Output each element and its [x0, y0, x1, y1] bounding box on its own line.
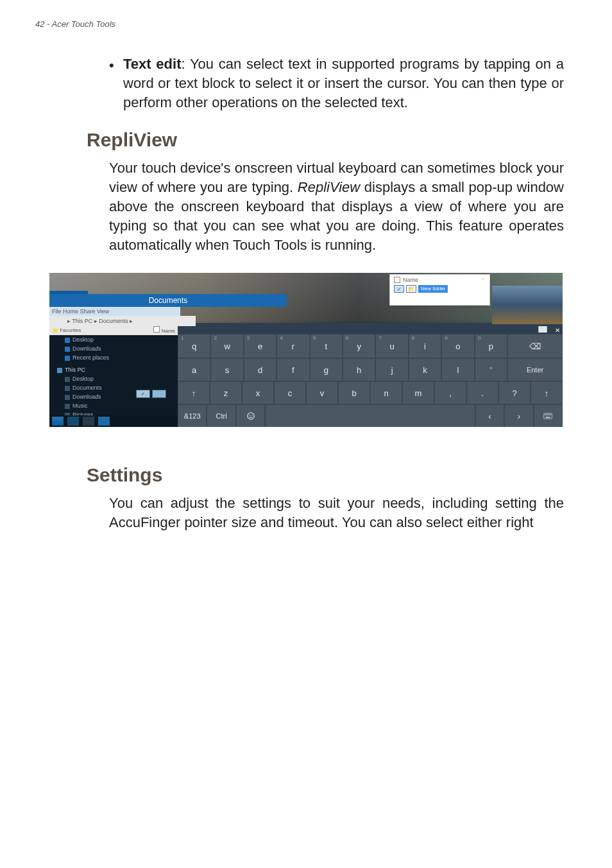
key-keyboard-hide[interactable] [534, 405, 562, 427]
key-e[interactable]: e [244, 334, 276, 358]
taskbar-explorer[interactable] [83, 417, 94, 426]
key-left[interactable]: ‹ [476, 405, 504, 427]
taskbar-ie[interactable] [67, 417, 79, 426]
key-question[interactable]: ? [499, 382, 530, 404]
key-n[interactable]: n [371, 382, 402, 404]
key-h[interactable]: h [343, 359, 375, 381]
key-emoji[interactable] [237, 405, 264, 427]
key-w[interactable]: w [211, 334, 242, 358]
key-shift-right[interactable]: ↑ [531, 382, 562, 404]
nav-thispc[interactable]: This PC [49, 365, 178, 374]
bullet-content: Text edit: You can select text in suppor… [123, 55, 564, 112]
key-apostrophe[interactable]: ' [475, 359, 507, 381]
repliview-popup: Name ⌃ ✓ 📁 New folder [389, 274, 490, 306]
key-comma[interactable]: , [435, 382, 466, 404]
kbd-row-1: q w e r t y u i o p ⌫ [178, 334, 563, 358]
heading-repliview: RepliView [87, 129, 577, 151]
kbd-row-2: a s d f g h j k l ' Enter [178, 358, 563, 381]
key-space[interactable] [266, 405, 475, 427]
key-a[interactable]: a [178, 359, 210, 381]
key-enter[interactable]: Enter [508, 359, 562, 381]
repliview-text-b: RepliView [298, 179, 360, 195]
key-f[interactable]: f [277, 359, 309, 381]
key-y[interactable]: y [343, 334, 375, 358]
key-ctrl[interactable]: Ctrl [207, 405, 235, 427]
key-q[interactable]: q [178, 334, 210, 358]
popup-folder-icon: 📁 [406, 285, 416, 293]
nav-favorites[interactable]: Favorites [60, 327, 81, 333]
keyboard-close-icon[interactable]: ✕ [555, 327, 560, 334]
svg-rect-1 [539, 327, 547, 329]
taskbar-active-app[interactable] [98, 417, 110, 426]
taskbar [49, 415, 180, 427]
key-right[interactable]: › [505, 405, 532, 427]
key-t[interactable]: t [310, 334, 342, 358]
key-o[interactable]: o [442, 334, 473, 358]
key-j[interactable]: j [376, 359, 407, 381]
svg-rect-9 [549, 414, 550, 415]
popup-selected-text[interactable]: New folder [418, 285, 448, 293]
page-header: 42 - Acer Touch Tools [35, 19, 577, 29]
address-breadcrumb[interactable]: ▸ This PC ▸ Documents ▸ [49, 316, 196, 326]
nav-downloads[interactable]: Downloads [49, 344, 178, 353]
explorer-column-header[interactable]: ⭐ Favorites Name [49, 326, 178, 335]
col-checkbox[interactable] [153, 326, 160, 333]
key-u[interactable]: u [376, 334, 407, 358]
bg-photo-right [492, 286, 563, 324]
nav-music[interactable]: Music [49, 401, 178, 410]
window-title: Documents [49, 294, 287, 307]
svg-rect-8 [548, 414, 548, 415]
explorer-nav-pane: ⭐ Favorites Name Desktop ✓ Downloads Rec… [49, 326, 178, 427]
selected-folder-badge[interactable]: ✓ [136, 390, 166, 398]
svg-point-4 [251, 415, 252, 416]
key-m[interactable]: m [403, 382, 434, 404]
key-k[interactable]: k [409, 359, 441, 381]
kbd-row-4: &123 Ctrl ‹ › [178, 404, 563, 427]
svg-rect-10 [550, 414, 551, 415]
svg-rect-6 [545, 414, 545, 415]
para-settings: You can adjust the settings to suit your… [109, 494, 564, 532]
ribbon-tabs: File Home Share View [49, 307, 180, 316]
key-backspace[interactable]: ⌫ [508, 334, 562, 358]
svg-rect-5 [544, 413, 552, 419]
emoji-icon [246, 412, 255, 421]
taskbar-start[interactable] [52, 417, 64, 426]
repliview-screenshot: Documents File Home Share View ‹› ▸ This… [49, 273, 563, 427]
key-g[interactable]: g [310, 359, 342, 381]
keyboard-icon [543, 412, 552, 421]
key-shift-left[interactable]: ↑ [178, 382, 209, 404]
svg-rect-11 [546, 417, 550, 417]
key-c[interactable]: c [275, 382, 305, 404]
key-s[interactable]: s [211, 359, 242, 381]
key-r[interactable]: r [277, 334, 309, 358]
key-d[interactable]: d [244, 359, 276, 381]
key-x[interactable]: x [242, 382, 273, 404]
popup-row-name: Name ⌃ [390, 275, 489, 284]
onscreen-keyboard: ✕ q w e r t y u i o p ⌫ a s [178, 334, 563, 427]
bullet-label: Text edit [123, 56, 181, 72]
key-b[interactable]: b [339, 382, 370, 404]
popup-checkbox[interactable] [394, 277, 400, 283]
key-p[interactable]: p [475, 334, 507, 358]
key-i[interactable]: i [409, 334, 441, 358]
nav-desktop2[interactable]: Desktop [49, 374, 178, 383]
popup-caret-icon: ⌃ [481, 277, 486, 283]
popup-selected-row[interactable]: ✓ 📁 New folder [394, 285, 486, 293]
document-page: 42 - Acer Touch Tools • Text edit: You c… [0, 0, 612, 868]
col-name[interactable]: Name [162, 328, 175, 334]
svg-rect-7 [546, 414, 547, 415]
nav-recent[interactable]: Recent places [49, 353, 178, 362]
key-z[interactable]: z [210, 382, 241, 404]
popup-check-icon: ✓ [394, 285, 404, 293]
heading-settings: Settings [87, 464, 577, 486]
key-period[interactable]: . [467, 382, 498, 404]
keyboard-titlebar: ✕ [538, 326, 560, 334]
popup-name-label: Name [403, 277, 418, 283]
nav-desktop[interactable]: Desktop [49, 335, 178, 344]
key-num[interactable]: &123 [178, 405, 206, 427]
bullet-body: : You can select text in supported progr… [123, 56, 564, 110]
key-v[interactable]: v [307, 382, 337, 404]
key-l[interactable]: l [442, 359, 473, 381]
bullet-text-edit: • Text edit: You can select text in supp… [109, 55, 564, 112]
svg-point-2 [247, 413, 254, 420]
